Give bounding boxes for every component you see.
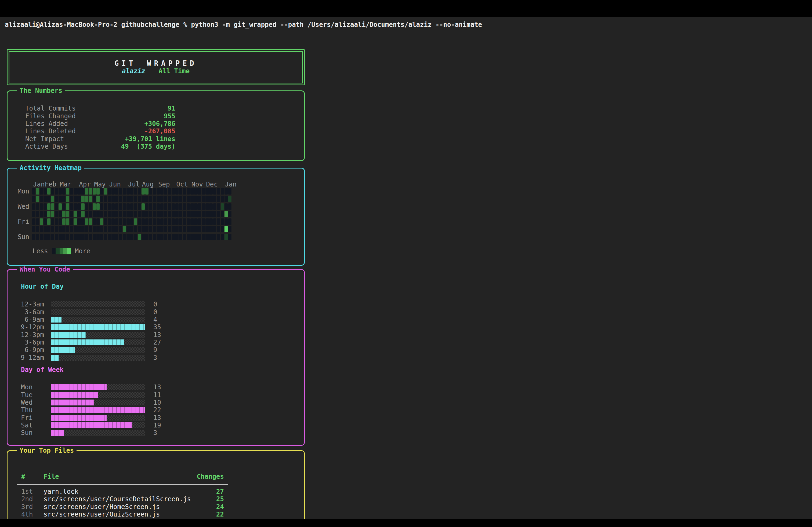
heatmap-cell xyxy=(205,226,209,232)
heatmap-cell xyxy=(112,204,115,210)
heatmap-cell xyxy=(153,211,156,217)
heatmap-cell xyxy=(100,234,103,240)
legend-swatch xyxy=(67,248,71,254)
bar-value: 27 xyxy=(153,338,161,346)
heatmap-cell xyxy=(115,219,118,225)
heatmap-cell xyxy=(81,204,84,210)
heatmap-cell xyxy=(213,234,216,240)
heatmap-cell xyxy=(89,234,92,240)
heatmap-month-label: Sep xyxy=(158,181,170,188)
heatmap-cell xyxy=(97,196,100,202)
heatmap-cell xyxy=(175,234,178,240)
stat-value: -267,085 xyxy=(106,127,175,135)
heatmap-day-label: Wed xyxy=(8,203,29,210)
heatmap-cell xyxy=(59,211,62,217)
when-you-code-panel-title: When You Code xyxy=(17,266,73,273)
heatmap-cell xyxy=(123,226,126,232)
heatmap-cell xyxy=(168,188,171,195)
heatmap-cell xyxy=(179,188,182,195)
heatmap-cell xyxy=(40,211,43,217)
bar-track xyxy=(51,347,145,353)
stat-value: 91 xyxy=(106,105,175,112)
heatmap-cell xyxy=(198,211,201,217)
file-name: src/screens/user/CourseDetailScreen.js xyxy=(44,495,191,503)
heatmap-cell xyxy=(51,226,54,232)
heatmap-cell xyxy=(40,188,43,195)
heatmap-cell xyxy=(93,204,96,210)
heatmap-cell xyxy=(119,226,122,232)
heatmap-cell xyxy=(194,188,197,195)
heatmap-month-label: Dec xyxy=(206,181,218,188)
heatmap-cell xyxy=(221,188,224,195)
heatmap-cell xyxy=(134,234,137,240)
bar-track xyxy=(51,407,145,413)
heatmap-cell xyxy=(202,211,205,217)
heatmap-cell xyxy=(97,211,100,217)
heatmap-cell xyxy=(55,188,58,195)
top-files-rows: 1st yarn.lock 27 2nd src/screens/user/Co… xyxy=(8,488,304,518)
heatmap-cell xyxy=(104,211,107,217)
heatmap-cell xyxy=(187,211,190,217)
heatmap-cell xyxy=(70,226,73,232)
heatmap-cell xyxy=(202,234,205,240)
bar-value: 3 xyxy=(153,354,157,361)
bar-value: 13 xyxy=(153,331,161,338)
heatmap-cell xyxy=(44,204,47,210)
stat-row-lines-deleted: Lines Deleted -267,085 xyxy=(25,127,175,135)
heatmap-cell xyxy=(153,226,156,232)
heatmap-cell xyxy=(127,211,130,217)
stat-row-net-impact: Net Impact +39,701 lines xyxy=(25,135,175,143)
heatmap-cell xyxy=(62,211,66,217)
heatmap-cell xyxy=(47,204,50,210)
heatmap-cell xyxy=(179,211,182,217)
heatmap-cell xyxy=(44,211,47,217)
heatmap-cell xyxy=(172,234,175,240)
heatmap-cell xyxy=(32,234,35,240)
heatmap-cell xyxy=(157,219,160,225)
heatmap-cell xyxy=(112,188,115,195)
heatmap-cell xyxy=(160,188,163,195)
heatmap-cell xyxy=(112,234,115,240)
heatmap-cell xyxy=(134,204,137,210)
bar-label: 9-12am xyxy=(8,354,44,361)
heatmap-cell xyxy=(36,204,39,210)
bar-fill xyxy=(51,422,132,428)
heatmap-cell xyxy=(32,211,35,217)
heatmap-cell xyxy=(97,234,100,240)
bar-label: 3-6pm xyxy=(8,338,44,346)
heatmap-cell xyxy=(224,226,228,232)
file-changes: 25 xyxy=(184,495,224,503)
heatmap-cell xyxy=(157,204,160,210)
heatmap-cell xyxy=(172,211,175,217)
bar-track xyxy=(51,430,145,436)
heatmap-cell xyxy=(209,204,213,210)
heatmap-cell xyxy=(77,211,81,217)
legend-swatches xyxy=(52,248,71,254)
heatmap-cell xyxy=(62,226,66,232)
heatmap-cell xyxy=(74,226,77,232)
header-rank: # xyxy=(21,473,25,480)
heatmap-cell xyxy=(70,234,73,240)
heatmap-cell xyxy=(59,219,62,225)
heatmap-cell xyxy=(115,211,118,217)
heatmap-cell xyxy=(194,234,197,240)
heatmap-cell xyxy=(183,226,186,232)
when-you-code-panel: When You Code Hour of Day 12-3am03-6am06… xyxy=(7,269,305,446)
bar-fill xyxy=(51,384,106,390)
heatmap-cell xyxy=(89,196,92,202)
heatmap-cell xyxy=(190,219,193,225)
table-row: 3rd src/screens/user/HomeScreen.js 24 xyxy=(8,503,304,511)
heatmap-cell xyxy=(205,204,209,210)
heatmap-cell xyxy=(160,211,163,217)
heatmap-cell xyxy=(51,196,54,202)
heatmap-cell xyxy=(85,211,88,217)
heatmap-cell xyxy=(55,219,58,225)
heatmap-cell xyxy=(221,219,224,225)
heatmap-cell xyxy=(198,219,201,225)
heatmap-cell xyxy=(183,234,186,240)
heatmap-cell xyxy=(138,188,141,195)
heatmap-cell xyxy=(202,204,205,210)
bar-row: 3-6pm27 xyxy=(8,338,304,346)
bar-fill xyxy=(51,324,145,330)
heatmap-cell xyxy=(138,196,141,202)
